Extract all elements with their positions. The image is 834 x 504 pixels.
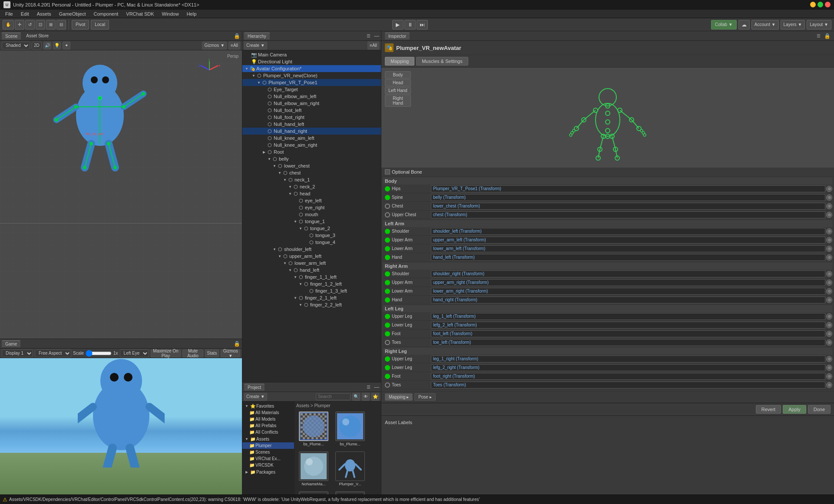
tree-item-null-foot-right[interactable]: ⬡ Null_foot_right [242,114,381,121]
scenes-folder[interactable]: 📁 Scenes [242,449,294,455]
game-lock-icon[interactable]: 🔒 [234,341,240,347]
tree-item-finger-1-3[interactable]: ⬡ finger_1_3_left [242,287,381,294]
asset-plumper-v[interactable]: Plumper_V... [333,450,367,488]
hierarchy-filter-btn[interactable]: ≡All [367,42,379,49]
muscles-tab-btn[interactable]: Muscles & Settings [416,57,468,66]
inspector-menu-icon[interactable]: ☰ [817,33,821,38]
collab-button[interactable]: Collab ▼ [711,20,737,30]
tree-item-finger-1-1[interactable]: ▼ ⬡ finger_1_1_left [242,273,381,280]
tree-item-tongue1[interactable]: ▼ ⬡ tongue_1 [242,218,381,225]
left-foot-field[interactable]: foot_left (Transform) [431,330,825,337]
multi-tool[interactable]: ⊟ [56,20,66,30]
menu-file[interactable]: File [2,10,17,17]
hips-pick-btn[interactable]: ◎ [826,186,832,192]
stats-btn[interactable]: Stats [205,349,219,357]
display-dropdown[interactable]: Display 1 [2,349,33,357]
favorites-header[interactable]: ▼ ⭐ Favorites [242,402,294,409]
tree-item-finger-2-1[interactable]: ▼ ⬡ finger_2_1_left [242,294,381,301]
asset-noname[interactable]: NoNameMa... [296,450,331,488]
left-lower-arm-pick-btn[interactable]: ◎ [826,246,832,252]
tree-item-finger-2-2[interactable]: ▼ ⬡ finger_2_2_left [242,301,381,308]
mapping-bottom-tab[interactable]: Mapping ▸ [385,393,413,401]
assets-header[interactable]: ▼ 📁 Assets [242,435,294,442]
right-lower-leg-pick-btn[interactable]: ◎ [826,365,832,371]
right-toes-field[interactable]: Toes (Transform) [431,382,825,389]
upper-chest-field[interactable]: chest (Transform) [431,211,825,218]
hips-field[interactable]: Plumper_VR_T_Pose1 (Transform) [431,185,825,192]
2d-button[interactable]: 2D [32,42,42,49]
right-upper-arm-field[interactable]: upper_arm_right (Transform) [431,279,825,286]
account-dropdown[interactable]: Account ▼ [751,20,779,30]
asset-bs-plume-2[interactable]: bs_Plume... [333,410,367,448]
move-tool[interactable]: ✛ [15,20,24,30]
hierarchy-create-btn[interactable]: Create ▼ [244,42,267,49]
tree-item-dir-light[interactable]: 💡 Directional Light [242,58,381,65]
hand-tool[interactable]: ✋ [3,20,14,30]
tab-scene[interactable]: Scene [2,33,21,40]
right-foot-pick-btn[interactable]: ◎ [826,373,832,379]
star-icon-btn[interactable]: ⭐ [371,393,379,401]
tree-item-tongue3[interactable]: ⬡ tongue_3 [242,232,381,239]
tab-game[interactable]: Game [2,340,20,347]
tree-item-null-knee-left[interactable]: ⬡ Null_knee_aim_left [242,135,381,142]
chest-field[interactable]: lower_chest (Transform) [431,203,825,210]
tab-hierarchy[interactable]: Hierarchy [244,33,270,40]
right-toes-pick-btn[interactable]: ◎ [826,382,832,388]
done-button[interactable]: Done [808,405,831,414]
game-gizmos-btn[interactable]: Gizmos ▼ [221,349,240,357]
cloud-button[interactable]: ☁ [738,20,750,30]
eye-dropdown[interactable]: Left Eye [120,349,149,357]
search-icon-btn[interactable]: 🔍 [352,393,360,401]
left-lower-leg-pick-btn[interactable]: ◎ [826,322,832,328]
tree-item-null-foot-left[interactable]: ⬡ Null_foot_left [242,107,381,114]
left-lower-leg-field[interactable]: lefg_2_left (Transform) [431,322,825,329]
plumper-folder[interactable]: 📁 Plumper [242,442,294,449]
pivot-button[interactable]: Pivot [72,20,89,30]
right-upper-arm-pick-btn[interactable]: ◎ [826,280,832,286]
revert-button[interactable]: Revert [756,405,781,414]
asset-bs-plume-1[interactable]: bs_Plume... [296,410,331,448]
tree-item-eye-right[interactable]: ⬡ eye_right [242,204,381,211]
tree-item-upper-arm-left[interactable]: ▼ ⬡ upper_arm_left [242,253,381,260]
gizmos-dropdown[interactable]: Gizmos ▼ [202,42,227,49]
vrchat-ex-folder[interactable]: 📁 VRChat Ex... [242,455,294,462]
right-lower-leg-field[interactable]: lefg_2_right (Transform) [431,364,825,371]
tree-item-lower-chest[interactable]: ▼ ⬡ lower_chest [242,162,381,169]
right-lower-arm-field[interactable]: lower_arm_right (Transform) [431,288,825,295]
menu-component[interactable]: Component [90,10,122,17]
tree-item-eye-left[interactable]: ⬡ eye_left [242,197,381,204]
audio-button[interactable]: 🔊 [43,42,51,49]
menu-window[interactable]: Window [159,10,182,17]
left-hand-pick-btn[interactable]: ◎ [826,254,832,260]
right-hand-field[interactable]: hand_right (Transform) [431,296,825,303]
body-btn[interactable]: Body [385,71,411,79]
left-upper-arm-field[interactable]: upper_arm_left (Transform) [431,237,825,244]
all-materials-folder[interactable]: 📁 All Materials [242,409,294,416]
project-lock-icon[interactable]: — [374,384,379,390]
close-button[interactable] [825,2,831,7]
menu-gameobject[interactable]: GameObject [56,10,89,17]
tab-asset-store[interactable]: Asset Store [23,33,52,39]
window-controls[interactable] [810,2,831,7]
left-toes-pick-btn[interactable]: ◎ [826,339,832,346]
right-upper-leg-pick-btn[interactable]: ◎ [826,356,832,362]
all-filter-btn[interactable]: ≡All [228,42,240,49]
tree-item-tongue4[interactable]: ⬡ tongue_4 [242,239,381,246]
menu-help[interactable]: Help [183,10,200,17]
local-button[interactable]: Local [91,20,109,30]
left-shoulder-field[interactable]: shoulder_left (Transform) [431,228,825,235]
left-upper-leg-field[interactable]: leg_1_left (Transform) [431,313,825,320]
right-lower-arm-pick-btn[interactable]: ◎ [826,288,832,294]
optional-bone-checkbox[interactable] [385,169,390,175]
tab-project[interactable]: Project [244,384,265,391]
tree-item-belly[interactable]: ▼ ⬡ belly [242,155,381,162]
tree-item-lower-arm-left[interactable]: ▼ ⬡ lower_arm_left [242,260,381,267]
chest-pick-btn[interactable]: ◎ [826,203,832,209]
right-shoulder-pick-btn[interactable]: ◎ [826,271,832,277]
project-create-btn[interactable]: Create ▼ [244,393,267,401]
menu-assets[interactable]: Assets [33,10,55,17]
hierarchy-lock-icon[interactable]: — [374,33,379,39]
all-prefabs-folder[interactable]: 📁 All Prefabs [242,422,294,429]
project-search[interactable] [316,393,351,400]
mapping-tab-btn[interactable]: Mapping [385,57,414,66]
